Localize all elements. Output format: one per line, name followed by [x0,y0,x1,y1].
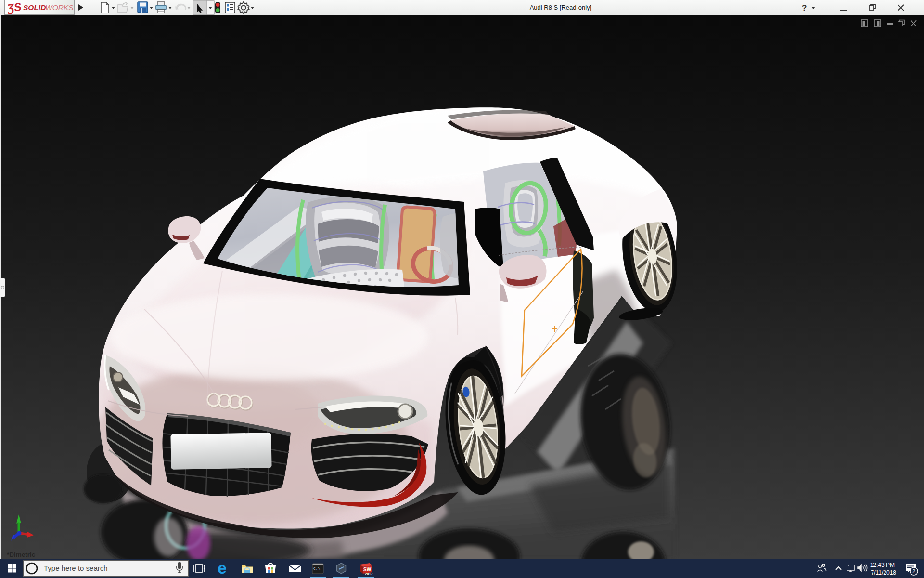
svg-text:?: ? [802,3,807,13]
svg-text:ƷS: ƷS [5,0,22,14]
svg-text:12:43 PM: 12:43 PM [870,562,895,568]
svg-text:7/11/2018: 7/11/2018 [871,569,897,576]
svg-text:WORKS: WORKS [45,3,74,12]
svg-text:SOLID: SOLID [23,3,46,12]
svg-text:2017: 2017 [365,572,373,576]
svg-text:e: e [218,559,227,577]
svg-text:2: 2 [912,568,915,574]
svg-text:*Dimetric: *Dimetric [7,551,36,558]
svg-text:C:\_: C:\_ [313,566,322,571]
